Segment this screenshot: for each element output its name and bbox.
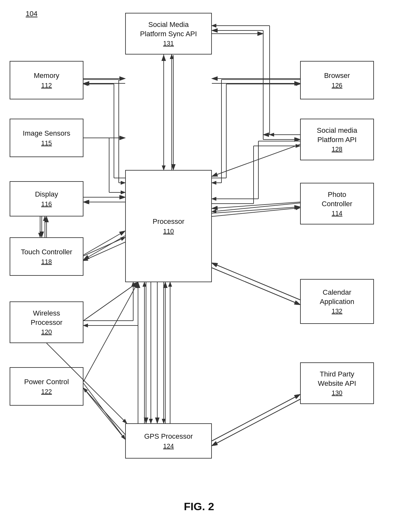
box-social-media-platform: Social mediaPlatform API 128 [300, 119, 374, 160]
box-calendar-application: CalendarApplication 132 [300, 279, 374, 324]
svg-line-27 [212, 263, 300, 300]
svg-line-23 [212, 202, 300, 208]
box-memory: Memory 112 [10, 61, 83, 99]
svg-line-35 [212, 399, 300, 446]
svg-line-29 [83, 282, 138, 382]
box-image-sensors-id: 115 [41, 139, 52, 147]
box-browser: Browser 126 [300, 61, 374, 99]
figure-label: FIG. 2 [0, 500, 398, 513]
box-photo-controller: PhotoController 114 [300, 183, 374, 224]
box-processor: Processor 110 [125, 170, 212, 282]
box-memory-id: 112 [41, 82, 52, 89]
box-browser-id: 126 [332, 82, 342, 89]
svg-line-85 [212, 263, 300, 300]
box-social-media-sync-id: 131 [163, 40, 174, 47]
box-processor-label: Processor [152, 217, 184, 226]
svg-line-94 [212, 399, 300, 446]
box-third-party-label: Third PartyWebsite API [318, 370, 356, 388]
svg-line-16 [212, 144, 300, 176]
box-gps-processor: GPS Processor 124 [125, 423, 212, 459]
svg-line-93 [212, 394, 300, 441]
svg-line-25 [83, 282, 138, 321]
svg-line-28 [212, 268, 300, 305]
box-gps-processor-label: GPS Processor [144, 432, 193, 441]
box-photo-controller-id: 114 [332, 210, 342, 217]
box-power-control-id: 122 [41, 388, 52, 395]
svg-line-21 [83, 231, 125, 255]
box-display-label: Display [35, 190, 58, 199]
box-social-media-sync-label: Social MediaPlatform Sync API [140, 20, 197, 38]
box-image-sensors: Image Sensors 115 [10, 119, 83, 157]
box-photo-controller-label: PhotoController [322, 190, 352, 208]
svg-line-77 [83, 237, 125, 256]
svg-line-49 [83, 77, 125, 196]
box-power-control: Power Control 122 [10, 367, 83, 406]
svg-line-79 [212, 203, 300, 212]
box-power-control-label: Power Control [24, 377, 69, 387]
box-third-party-id: 130 [332, 389, 342, 397]
box-touch-controller-id: 118 [41, 258, 52, 266]
svg-line-80 [212, 208, 300, 216]
svg-line-78 [83, 242, 125, 261]
box-calendar-application-label: CalendarApplication [320, 288, 354, 306]
svg-line-36 [83, 388, 125, 439]
box-wireless-processor-label: WirelessProcessor [30, 309, 62, 327]
svg-line-86 [212, 268, 300, 305]
box-gps-processor-id: 124 [163, 443, 174, 450]
box-wireless-processor-id: 120 [41, 328, 52, 336]
box-image-sensors-label: Image Sensors [23, 129, 70, 138]
svg-line-34 [212, 394, 300, 441]
svg-line-42 [212, 30, 300, 139]
box-browser-label: Browser [324, 71, 350, 80]
svg-line-22 [83, 236, 125, 260]
box-display: Display 116 [10, 181, 83, 216]
box-third-party: Third PartyWebsite API 130 [300, 362, 374, 404]
box-social-media-sync: Social MediaPlatform Sync API 131 [125, 13, 212, 55]
svg-line-24 [212, 207, 300, 213]
box-wireless-processor: WirelessProcessor 120 [10, 301, 83, 343]
box-display-id: 116 [41, 200, 52, 208]
svg-line-26 [83, 282, 138, 321]
diagram: 104 Social MediaPlatform Sync API 131 Me… [0, 0, 398, 532]
box-calendar-application-id: 132 [332, 308, 342, 315]
box-memory-label: Memory [34, 71, 59, 80]
box-touch-controller: Touch Controller 118 [10, 237, 83, 276]
ref-104: 104 [26, 10, 38, 18]
box-social-media-platform-id: 128 [332, 146, 342, 153]
box-social-media-platform-label: Social mediaPlatform API [317, 126, 357, 144]
box-processor-id: 110 [163, 228, 174, 235]
svg-line-87 [83, 383, 125, 439]
box-touch-controller-label: Touch Controller [21, 248, 72, 257]
svg-line-88 [83, 388, 125, 435]
